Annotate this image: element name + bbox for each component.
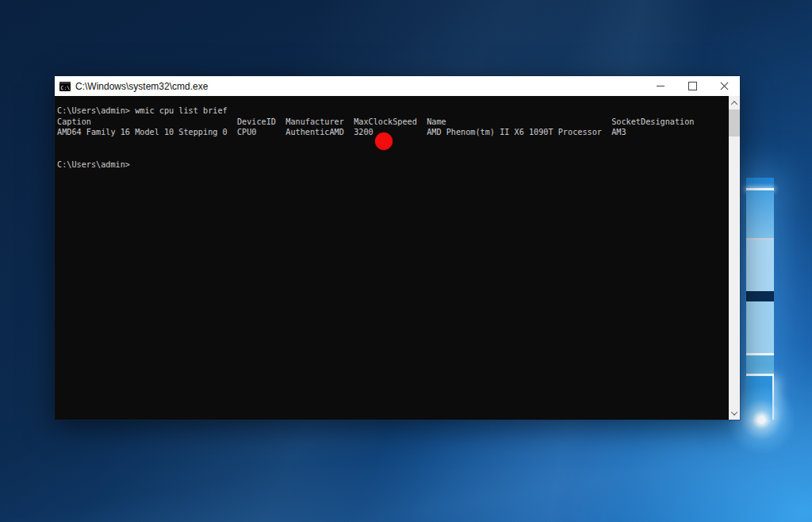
minimize-icon [657, 86, 665, 86]
logo-pane-gap [746, 291, 774, 301]
maximize-button[interactable] [676, 76, 708, 96]
console-table-header: Caption DeviceID Manufacturer MaxClockSp… [57, 117, 727, 128]
svg-text:C:\: C:\ [61, 84, 71, 90]
chevron-up-icon [731, 101, 737, 107]
red-highlight-dot [375, 132, 393, 150]
scrollbar[interactable] [729, 96, 740, 420]
logo-pane [746, 178, 774, 188]
chevron-down-icon [731, 409, 737, 415]
console-blank-line [57, 149, 727, 160]
logo-pane [746, 301, 774, 353]
scrollbar-thumb[interactable] [729, 109, 740, 136]
close-icon [720, 82, 729, 90]
window-controls [645, 76, 740, 96]
windows-logo-glow [746, 178, 774, 420]
logo-pane [746, 376, 774, 420]
scroll-down-button[interactable] [729, 406, 740, 420]
maximize-icon [688, 82, 697, 90]
console-prompt-line: C:\Users\admin> [57, 159, 727, 171]
console-output-area[interactable]: C:\Users\admin> wmic cpu list brief Capt… [55, 96, 740, 420]
minimize-button[interactable] [645, 76, 676, 96]
logo-pane [746, 355, 774, 374]
titlebar[interactable]: C:\ C:\Windows\system32\cmd.exe [55, 76, 740, 96]
logo-pane [746, 240, 774, 291]
cmd-window: C:\ C:\Windows\system32\cmd.exe C:\Users… [54, 75, 741, 420]
window-title: C:\Windows\system32\cmd.exe [75, 81, 208, 92]
cmd-icon[interactable]: C:\ [59, 82, 71, 91]
scroll-up-button[interactable] [729, 96, 740, 109]
close-button[interactable] [708, 76, 740, 96]
logo-pane [746, 190, 774, 238]
console-command-line: C:\Users\admin> wmic cpu list brief [57, 106, 727, 117]
console-table-row: AMD64 Family 16 Model 10 Stepping 0 CPU0… [57, 127, 727, 138]
